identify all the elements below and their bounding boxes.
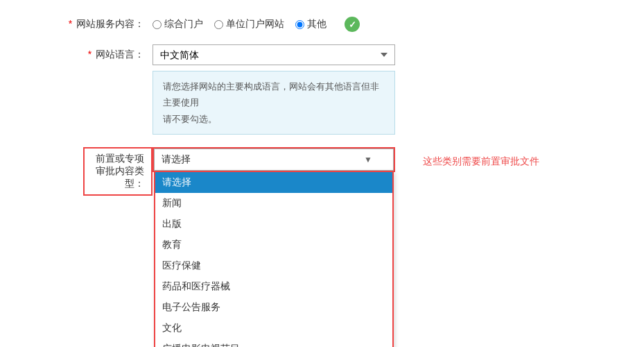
category-dropdown-list: 请选择 新闻 出版 教育 医疗保健 药品和医疗器械 电子公告服务 文化 广播电影… xyxy=(154,171,394,347)
language-label: * 网站语言： xyxy=(42,44,153,61)
checkmark-icon xyxy=(345,17,360,32)
category-row: 前置或专项审批内容类型： 请选择 ▼ 请选择 新闻 出版 教育 医疗保健 药品和… xyxy=(0,147,644,196)
dropdown-item-5[interactable]: 药品和医疗器械 xyxy=(155,276,392,297)
dropdown-item-7[interactable]: 文化 xyxy=(155,318,392,339)
service-option-unit[interactable]: 单位门户网站 xyxy=(214,18,284,31)
language-select-wrapper: 中文简体 英文 中英文 xyxy=(153,44,395,65)
dropdown-item-1[interactable]: 新闻 xyxy=(155,193,392,214)
dropdown-arrow: ▼ xyxy=(364,155,372,164)
dropdown-item-3[interactable]: 教育 xyxy=(155,235,392,255)
dropdown-item-0[interactable]: 请选择 xyxy=(155,172,392,193)
service-label: * 网站服务内容： xyxy=(42,14,153,31)
dropdown-item-2[interactable]: 出版 xyxy=(155,214,392,235)
required-star: * xyxy=(69,18,72,29)
language-content: 中文简体 英文 中英文 请您选择网站的主要构成语言，网站会有其他语言但非主要使用… xyxy=(153,44,602,135)
language-select[interactable]: 中文简体 英文 中英文 xyxy=(153,44,395,65)
service-radio-group: 综合门户 单位门户网站 其他 xyxy=(153,14,602,32)
dropdown-item-6[interactable]: 电子公告服务 xyxy=(155,297,392,318)
language-row: * 网站语言： 中文简体 英文 中英文 请您选择网站的主要构成语言，网站会有其他… xyxy=(0,44,644,135)
page-container: * 网站服务内容： 综合门户 单位门户网站 其他 xyxy=(0,0,644,347)
dropdown-item-4[interactable]: 医疗保健 xyxy=(155,255,392,276)
category-select-wrapper[interactable]: 请选择 ▼ 请选择 新闻 出版 教育 医疗保健 药品和医疗器械 电子公告服务 文… xyxy=(153,147,395,172)
category-select-display[interactable]: 请选择 ▼ xyxy=(154,149,394,171)
service-option-other[interactable]: 其他 xyxy=(295,18,327,31)
service-row: * 网站服务内容： 综合门户 单位门户网站 其他 xyxy=(0,14,644,32)
service-content: 综合门户 单位门户网站 其他 xyxy=(153,14,602,32)
category-label-wrapper: 前置或专项审批内容类型： xyxy=(42,147,153,196)
dropdown-item-8[interactable]: 广播电影电视节目 xyxy=(155,339,392,347)
category-side-note: 这些类别需要前置审批文件 xyxy=(423,153,539,168)
required-star-lang: * xyxy=(88,49,92,60)
category-label: 前置或专项审批内容类型： xyxy=(83,147,153,196)
language-info-box: 请您选择网站的主要构成语言，网站会有其他语言但非主要使用 请不要勾选。 xyxy=(153,71,395,135)
service-option-portal[interactable]: 综合门户 xyxy=(153,18,203,31)
category-content: 请选择 ▼ 请选择 新闻 出版 教育 医疗保健 药品和医疗器械 电子公告服务 文… xyxy=(153,147,602,172)
